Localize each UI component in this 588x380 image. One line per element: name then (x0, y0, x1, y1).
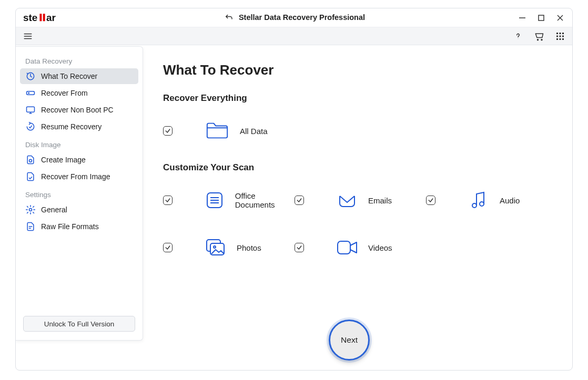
video-icon (336, 236, 359, 259)
help-button[interactable] (512, 30, 524, 42)
resume-icon (25, 121, 36, 132)
option-all-data[interactable]: All Data (163, 119, 268, 142)
sidebar-item-label: Recover Non Boot PC (41, 106, 114, 114)
svg-rect-26 (27, 107, 35, 112)
file-list-icon (25, 221, 36, 232)
title-bar: ste ar Stellar Data Recovery Professiona… (16, 8, 572, 27)
unlock-label: Unlock To Full Version (44, 320, 114, 328)
svg-rect-17 (556, 35, 558, 37)
option-label: Photos (237, 243, 261, 252)
page-title: What To Recover (163, 62, 556, 78)
minimize-button[interactable] (519, 14, 526, 22)
svg-rect-43 (338, 241, 350, 254)
recover-image-icon (25, 171, 36, 182)
sidebar-item-create-image[interactable]: Create Image (20, 152, 138, 168)
sidebar-item-raw-formats[interactable]: Raw File Formats (20, 219, 138, 234)
svg-point-29 (29, 159, 32, 162)
sidebar-item-recover-from[interactable]: Recover From (20, 85, 138, 101)
checkbox-photos[interactable] (163, 243, 173, 252)
menu-button[interactable] (22, 30, 34, 42)
sidebar-section-data-recovery: Data Recovery (20, 52, 138, 68)
sidebar-item-non-boot[interactable]: Recover Non Boot PC (20, 102, 138, 118)
svg-point-38 (472, 203, 477, 208)
checkbox-videos[interactable] (295, 243, 304, 252)
svg-rect-16 (562, 33, 564, 34)
section-title-customize: Customize Your Scan (163, 162, 556, 173)
svg-text:ste: ste (23, 12, 37, 23)
photos-icon (204, 236, 227, 259)
brand-logo: ste ar (23, 12, 73, 24)
svg-rect-1 (39, 14, 42, 21)
option-videos[interactable]: Videos (295, 227, 426, 269)
sidebar-item-what-to-recover[interactable]: What To Recover (20, 68, 138, 84)
option-office-documents[interactable]: Office Documents (163, 179, 295, 221)
option-photos[interactable]: Photos (163, 227, 295, 269)
sidebar-item-label: Raw File Formats (41, 222, 99, 231)
cart-button[interactable] (533, 30, 545, 42)
svg-rect-14 (556, 33, 558, 34)
gear-icon (25, 204, 36, 215)
sidebar-item-resume[interactable]: Resume Recovery (20, 119, 138, 135)
folder-icon (204, 119, 230, 142)
documents-icon (204, 189, 226, 212)
svg-point-39 (480, 202, 484, 206)
sidebar-item-label: Resume Recovery (41, 122, 102, 131)
email-icon (336, 189, 359, 212)
customize-scan-section: Customize Your Scan Office Documents (163, 162, 556, 269)
apps-button[interactable] (554, 30, 566, 42)
toolbar (16, 27, 572, 45)
option-label: All Data (240, 127, 268, 136)
back-icon[interactable] (223, 12, 235, 23)
sidebar-item-general[interactable]: General (20, 202, 138, 218)
svg-rect-19 (562, 35, 564, 37)
option-label: Emails (368, 196, 392, 205)
option-emails[interactable]: Emails (295, 179, 426, 221)
main-content: What To Recover Recover Everything All (153, 46, 572, 370)
sidebar-item-recover-image[interactable]: Recover From Image (20, 169, 138, 184)
svg-point-13 (541, 39, 542, 40)
checkbox-emails[interactable] (295, 196, 304, 205)
sidebar-item-label: General (41, 206, 67, 214)
sidebar-section-disk-image: Disk Image (20, 136, 138, 152)
svg-text:ar: ar (46, 12, 56, 23)
option-label: Audio (500, 196, 520, 205)
drive-icon (25, 88, 36, 98)
svg-rect-18 (560, 35, 561, 37)
close-button[interactable] (556, 14, 564, 22)
svg-rect-20 (556, 38, 558, 40)
svg-rect-5 (539, 15, 544, 20)
app-window: ste ar Stellar Data Recovery Professiona… (15, 8, 573, 371)
next-label: Next (341, 335, 358, 345)
option-audio[interactable]: Audio (426, 179, 557, 221)
monitor-icon (25, 105, 36, 115)
svg-rect-22 (562, 38, 564, 40)
section-title-recover-everything: Recover Everything (163, 93, 556, 104)
checkbox-all-data[interactable] (163, 126, 173, 136)
music-icon (467, 189, 490, 212)
sidebar-item-label: What To Recover (41, 72, 97, 80)
recover-icon (25, 71, 36, 81)
checkbox-audio[interactable] (426, 196, 435, 205)
checkbox-office-docs[interactable] (163, 196, 173, 205)
svg-point-12 (538, 39, 539, 40)
window-controls (519, 14, 567, 22)
sidebar-item-label: Recover From Image (41, 172, 110, 181)
create-image-icon (25, 155, 36, 165)
svg-point-25 (28, 93, 29, 94)
sidebar-section-settings: Settings (20, 186, 138, 202)
sidebar-item-label: Create Image (41, 156, 86, 164)
svg-rect-24 (27, 91, 35, 95)
sidebar: Data Recovery What To Recover Recover Fr… (16, 46, 143, 341)
option-label: Office Documents (235, 191, 295, 209)
svg-point-30 (29, 209, 32, 211)
svg-rect-2 (43, 14, 45, 21)
window-title: Stellar Data Recovery Professional (239, 13, 365, 22)
next-button[interactable]: Next (329, 320, 370, 361)
maximize-button[interactable] (538, 14, 545, 22)
svg-rect-15 (560, 33, 561, 34)
recover-everything-section: Recover Everything All Data (163, 93, 556, 152)
sidebar-item-label: Recover From (41, 89, 88, 97)
option-label: Videos (368, 243, 392, 252)
svg-point-11 (518, 38, 519, 39)
unlock-button[interactable]: Unlock To Full Version (23, 316, 135, 332)
